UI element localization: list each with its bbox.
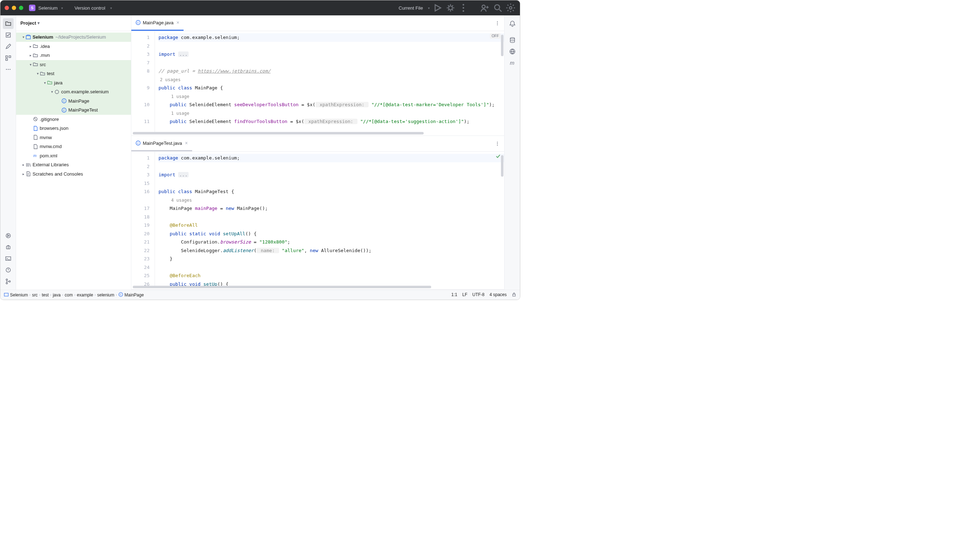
tree-class-mainpage[interactable]: C MainPage: [16, 96, 131, 106]
code-with-me-icon[interactable]: [480, 3, 490, 13]
line-number[interactable]: 20: [132, 229, 150, 238]
close-tab-icon[interactable]: ×: [176, 20, 179, 25]
tree-external-libraries[interactable]: ▸ External Libraries: [16, 160, 131, 169]
crumb[interactable]: com: [65, 292, 73, 297]
tab-mainpagetest[interactable]: C MainPageTest.java ×: [132, 136, 192, 151]
tree-file-mvnw[interactable]: mvnw: [16, 133, 131, 142]
crumb[interactable]: src: [32, 292, 38, 297]
line-separator[interactable]: LF: [462, 292, 467, 298]
problems-tool-icon[interactable]: [3, 264, 13, 275]
caret-right-icon[interactable]: ▸: [21, 163, 25, 167]
line-number[interactable]: 1: [132, 33, 150, 42]
tree-scratches[interactable]: ▸ Scratches and Consoles: [16, 169, 131, 179]
line-number[interactable]: 11: [132, 117, 150, 126]
search-icon[interactable]: [493, 3, 503, 13]
caret-down-icon[interactable]: ▾: [50, 90, 54, 94]
line-number[interactable]: 24: [132, 263, 150, 272]
caret-right-icon[interactable]: ▸: [28, 44, 33, 48]
line-number[interactable]: 2: [132, 42, 150, 50]
more-tools-icon[interactable]: [3, 64, 13, 75]
tree-root[interactable]: ▾ Selenium ~/IdeaProjects/Selenium: [16, 33, 131, 42]
line-number[interactable]: 17: [132, 204, 150, 213]
line-number[interactable]: 15: [132, 179, 150, 188]
debug-button[interactable]: [446, 3, 456, 13]
vcs-menu[interactable]: Version control: [73, 5, 107, 11]
indent-setting[interactable]: 4 spaces: [489, 292, 507, 298]
line-number[interactable]: 26: [132, 280, 150, 286]
edit-tool-icon[interactable]: [3, 41, 13, 52]
line-number[interactable]: 21: [132, 238, 150, 246]
chevron-down-icon[interactable]: ▾: [428, 6, 430, 10]
line-number[interactable]: 25: [132, 271, 150, 280]
crumb[interactable]: test: [42, 292, 49, 297]
code-area-bottom[interactable]: 1 2 3 15 16 17 18 19 20 21 22 23 24: [132, 151, 504, 286]
gutter[interactable]: 1 2 3 7 8 9 10 11: [132, 31, 155, 132]
tree-folder-idea[interactable]: ▸ .idea: [16, 42, 131, 51]
file-encoding[interactable]: UTF-8: [472, 292, 484, 298]
tree-folder-mvn[interactable]: ▸ .mvn: [16, 51, 131, 60]
caret-right-icon[interactable]: ▸: [21, 172, 25, 176]
code-area-top[interactable]: 1 2 3 7 8 9 10 11 OFF: [132, 31, 504, 132]
tree-file-pom[interactable]: m pom.xml: [16, 151, 131, 161]
tab-more-icon[interactable]: [491, 15, 504, 31]
readonly-lock-icon[interactable]: [512, 292, 516, 298]
project-header[interactable]: Project ▾: [16, 15, 131, 31]
caret-down-icon[interactable]: ▾: [35, 71, 40, 75]
caret-down-icon[interactable]: ▾: [43, 81, 47, 85]
zoom-window-icon[interactable]: [19, 6, 23, 10]
tree-class-mainpagetest[interactable]: C MainPageTest: [16, 105, 131, 115]
line-number[interactable]: 22: [132, 246, 150, 255]
crumb[interactable]: example: [77, 292, 93, 297]
line-number[interactable]: 9: [132, 84, 150, 92]
run-button[interactable]: [433, 3, 443, 13]
gutter[interactable]: 1 2 3 15 16 17 18 19 20 21 22 23 24: [132, 151, 155, 286]
tree-folder-test[interactable]: ▾ test: [16, 69, 131, 78]
build-tool-icon[interactable]: [3, 242, 13, 253]
caret-position[interactable]: 1:1: [451, 292, 457, 298]
caret-down-icon[interactable]: ▾: [28, 63, 33, 66]
chevron-down-icon[interactable]: ▾: [38, 21, 40, 25]
tree-folder-java[interactable]: ▾ java: [16, 78, 131, 88]
crumb[interactable]: selenium: [97, 292, 114, 297]
chevron-down-icon[interactable]: ▾: [110, 6, 112, 10]
inspection-off-badge[interactable]: OFF: [490, 33, 501, 38]
line-number[interactable]: 3: [132, 171, 150, 179]
more-actions-icon[interactable]: [458, 3, 468, 13]
line-number[interactable]: 1: [132, 154, 150, 162]
line-number[interactable]: 19: [132, 221, 150, 229]
git-tool-icon[interactable]: [3, 276, 13, 287]
tree-file-mvnwcmd[interactable]: mvnw.cmd: [16, 142, 131, 151]
horizontal-scrollbar[interactable]: [132, 132, 504, 136]
line-number[interactable]: 2: [132, 162, 150, 171]
web-tool-icon[interactable]: [507, 46, 518, 57]
crumb[interactable]: java: [53, 292, 60, 297]
run-config-label[interactable]: Current File: [397, 5, 425, 11]
line-number[interactable]: 8: [132, 67, 150, 75]
tab-more-icon[interactable]: [491, 136, 504, 151]
close-window-icon[interactable]: [5, 6, 9, 10]
line-number[interactable]: 16: [132, 188, 150, 196]
code-body[interactable]: package com.example.selenium; import ...…: [155, 151, 504, 286]
scrollbar-thumb[interactable]: [501, 35, 503, 56]
scrollbar-thumb[interactable]: [501, 155, 503, 177]
code-body[interactable]: OFF package com.example.selenium; import…: [155, 31, 504, 132]
maven-tool-icon[interactable]: m: [507, 58, 518, 68]
breadcrumb[interactable]: Selenium › src › test › java › com › exa…: [4, 292, 144, 298]
chevron-down-icon[interactable]: ▾: [61, 6, 63, 10]
terminal-tool-icon[interactable]: [3, 253, 13, 264]
close-tab-icon[interactable]: ×: [185, 140, 188, 146]
settings-gear-icon[interactable]: [506, 3, 516, 13]
notifications-icon[interactable]: [507, 18, 518, 29]
tree-file-browsers[interactable]: browsers.json: [16, 124, 131, 133]
project-name[interactable]: Selenium: [38, 5, 58, 11]
commit-tool-icon[interactable]: [3, 30, 13, 40]
horizontal-scrollbar[interactable]: [132, 286, 504, 289]
line-number[interactable]: 18: [132, 213, 150, 221]
tree-package[interactable]: ▾ com.example.selenium: [16, 87, 131, 96]
minimize-window-icon[interactable]: [12, 6, 16, 10]
crumb[interactable]: Selenium: [10, 292, 28, 297]
project-tool-icon[interactable]: [3, 18, 13, 29]
tree-folder-src[interactable]: ▾ src: [16, 60, 131, 69]
caret-down-icon[interactable]: ▾: [21, 35, 25, 39]
line-number[interactable]: 7: [132, 59, 150, 67]
